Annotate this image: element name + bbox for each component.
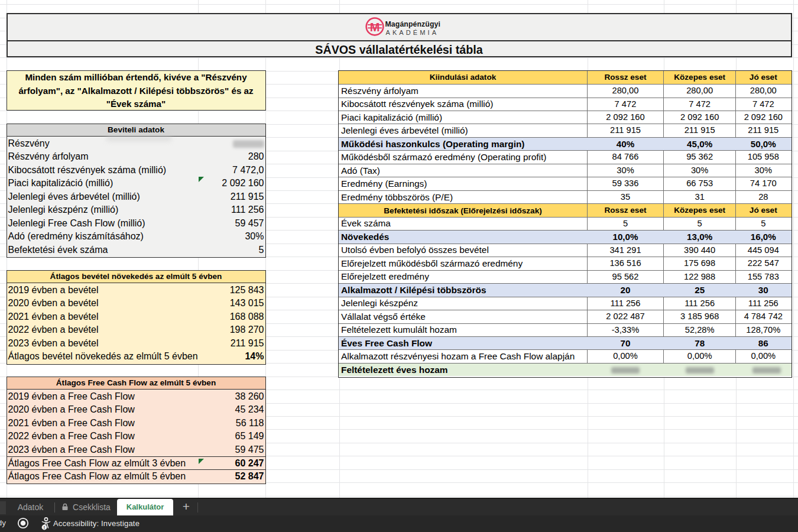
svg-text:!: !: [44, 525, 45, 530]
svg-text:M: M: [369, 21, 379, 34]
